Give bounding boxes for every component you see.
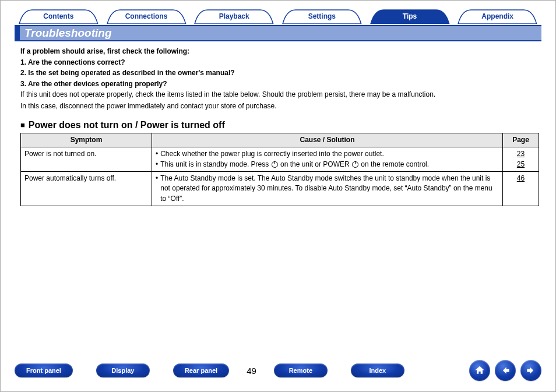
front-panel-button[interactable]: Front panel	[15, 363, 73, 377]
tab-appendix[interactable]: Appendix	[453, 9, 541, 24]
section-heading: ■ Power does not turn on / Power is turn…	[20, 120, 539, 130]
page-number: 49	[229, 366, 274, 376]
content: If a problem should arise, first check t…	[15, 41, 541, 206]
square-marker-icon: ■	[20, 121, 25, 129]
tab-label: Appendix	[453, 9, 541, 24]
cause-text: Check whether the power plug is correctl…	[160, 149, 384, 159]
tab-label: Contents	[15, 9, 103, 24]
home-button[interactable]	[469, 360, 490, 381]
intro-check-item-3: 3. Are the other devices operating prope…	[20, 79, 539, 90]
tab-connections[interactable]: Connections	[103, 9, 191, 24]
next-page-button[interactable]	[520, 360, 541, 381]
power-icon	[352, 161, 358, 168]
table-header: Symptom	[21, 133, 152, 147]
tab-playback[interactable]: Playback	[190, 9, 278, 24]
intro-check-item-1: 1. Are the connections correct?	[20, 57, 539, 68]
tab-label: Playback	[190, 9, 278, 24]
cause-text: This unit is in standby mode. Press on t…	[160, 160, 429, 169]
rear-panel-button[interactable]: Rear panel	[173, 363, 229, 377]
bullet-icon: •	[156, 149, 158, 159]
home-icon	[474, 365, 485, 376]
intro-paragraph-1: If this unit does not operate properly, …	[20, 89, 539, 100]
table-header: Cause / Solution	[152, 133, 503, 147]
tab-contents[interactable]: Contents	[15, 9, 103, 24]
cause-cell: •Check whether the power plug is correct…	[152, 147, 503, 172]
bottom-nav: Front panelDisplayRear panel 49 RemoteIn…	[1, 360, 555, 381]
remote-button[interactable]: Remote	[274, 363, 328, 377]
section-heading-text: Power does not turn on / Power is turned…	[29, 120, 225, 130]
table-header: Page	[503, 133, 539, 147]
cause-text: The Auto Standby mode is set. The Auto S…	[160, 174, 499, 204]
arrow-right-icon	[525, 365, 537, 376]
page-link[interactable]: 46	[517, 174, 525, 182]
top-tabs: ContentsConnectionsPlaybackSettingsTipsA…	[15, 9, 541, 24]
page-cell: 2325	[503, 147, 539, 172]
troubleshooting-table: SymptomCause / SolutionPage Power is not…	[20, 133, 539, 206]
page-link[interactable]: 23	[517, 150, 525, 158]
symptom-cell: Power automatically turns off.	[21, 171, 152, 206]
index-button[interactable]: Index	[351, 363, 404, 377]
intro-check-item-2: 2. Is the set being operated as describe…	[20, 68, 539, 79]
power-icon	[272, 161, 278, 168]
tab-label: Connections	[103, 9, 191, 24]
table-row: Power is not turned on.•Check whether th…	[21, 147, 539, 172]
arrow-left-icon	[499, 365, 511, 376]
prev-page-button[interactable]	[495, 360, 516, 381]
tab-tips[interactable]: Tips	[366, 9, 454, 24]
page-link[interactable]: 25	[517, 160, 525, 168]
display-button[interactable]: Display	[96, 363, 150, 377]
intro-paragraph-2: In this case, disconnect the power immed…	[20, 101, 539, 112]
page-cell: 46	[503, 171, 539, 206]
bullet-icon: •	[156, 174, 158, 204]
bullet-icon: •	[156, 160, 158, 169]
symptom-cell: Power is not turned on.	[21, 147, 152, 172]
tab-label: Settings	[278, 9, 366, 24]
intro-lead: If a problem should arise, first check t…	[20, 46, 539, 57]
cause-cell: •The Auto Standby mode is set. The Auto …	[152, 171, 503, 206]
tab-settings[interactable]: Settings	[278, 9, 366, 24]
table-row: Power automatically turns off.•The Auto …	[21, 171, 539, 206]
tab-label: Tips	[366, 9, 454, 24]
page-title: Troubleshooting	[15, 26, 541, 40]
title-bar: Troubleshooting	[15, 25, 541, 41]
